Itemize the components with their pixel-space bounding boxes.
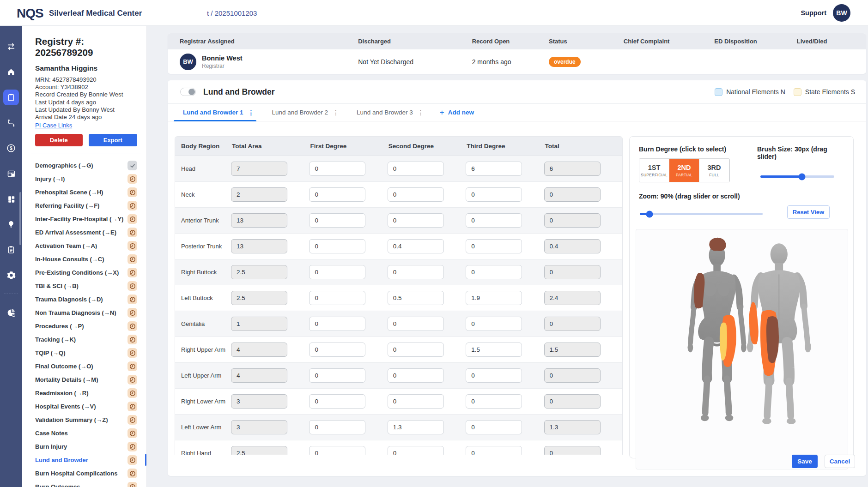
state-elements-item[interactable]: State Elements S (794, 88, 855, 96)
third-degree-input[interactable] (466, 446, 522, 455)
first-degree-input[interactable] (309, 162, 365, 176)
second-degree-input[interactable] (388, 291, 444, 305)
second-degree-input[interactable] (388, 187, 444, 202)
sidebar-nav-item[interactable]: Referring Facility (→F) (35, 199, 137, 212)
third-degree-input[interactable] (466, 420, 522, 434)
support-link[interactable]: Support (801, 9, 826, 17)
cancel-button[interactable]: Cancel (825, 455, 855, 468)
sidebar-nav-item[interactable]: Trauma Diagnosis (→D) (35, 293, 137, 306)
export-button[interactable]: Export (89, 134, 137, 146)
sidebar-nav-item[interactable]: Activation Team (→A) (35, 239, 137, 253)
second-degree-input[interactable] (388, 265, 444, 279)
route-icon[interactable] (3, 115, 19, 131)
settings-icon[interactable] (3, 267, 19, 283)
second-degree-input[interactable] (388, 343, 444, 357)
body-diagram[interactable] (636, 229, 848, 469)
reset-view-button[interactable]: Reset View (787, 205, 830, 219)
card-icon[interactable] (3, 166, 19, 181)
sidebar-nav-item[interactable]: Readmission (→R) (35, 386, 137, 400)
national-elements-checkbox[interactable] (715, 88, 722, 96)
lund-browder-tab[interactable]: Lund and Browder 1 ⋮ (174, 104, 263, 121)
first-degree-input[interactable] (309, 265, 365, 279)
second-degree-input[interactable] (388, 368, 444, 383)
national-elements-item[interactable]: National Elements N (715, 88, 785, 96)
sidebar-nav-item[interactable]: TBI & SCI (→B) (35, 279, 137, 293)
third-degree-input[interactable] (466, 187, 522, 202)
first-degree-input[interactable] (309, 317, 365, 331)
first-degree-input[interactable] (309, 291, 365, 305)
sidebar-nav-item[interactable]: Prehospital Scene (→H) (35, 186, 137, 199)
third-degree-input[interactable] (466, 368, 522, 383)
slider-thumb[interactable] (798, 173, 805, 180)
sidebar-nav-item[interactable]: Burn Injury (35, 440, 137, 453)
second-degree-input[interactable] (388, 213, 444, 228)
third-degree-input[interactable] (466, 265, 522, 279)
tab-menu-icon[interactable]: ⋮ (418, 109, 424, 116)
second-degree-input[interactable] (388, 420, 444, 434)
second-degree-input[interactable] (388, 394, 444, 409)
idea-icon[interactable] (3, 216, 19, 232)
user-avatar[interactable]: BW (833, 4, 850, 22)
sidebar-nav-item[interactable]: Non Trauma Diagnosis (→N) (35, 306, 137, 319)
sidebar-nav-item[interactable]: TQIP (→Q) (35, 346, 137, 360)
lund-browder-tab[interactable]: Lund and Browder 3 ⋮ (347, 104, 432, 121)
third-degree-input[interactable] (466, 291, 522, 305)
first-degree-input[interactable] (309, 446, 365, 455)
third-degree-input[interactable] (466, 213, 522, 228)
slider-thumb[interactable] (646, 210, 653, 217)
third-degree-input[interactable] (466, 239, 522, 253)
sidebar-nav-item[interactable]: Lund and Browder (35, 453, 137, 467)
sidebar-nav-item[interactable]: Inter-Facility Pre-Hospital (→Y) (35, 212, 137, 226)
save-button[interactable]: Save (792, 455, 818, 468)
section-toggle[interactable] (180, 88, 196, 96)
tab-menu-icon[interactable]: ⋮ (248, 109, 255, 116)
sidebar-nav-item[interactable]: ED Arrival Assessment (→E) (35, 226, 137, 239)
state-elements-checkbox[interactable] (794, 88, 801, 96)
sidebar-nav-item[interactable]: Demographics (→G) (35, 159, 137, 172)
pi-case-links[interactable]: PI Case Links (35, 122, 72, 129)
first-degree-input[interactable] (309, 213, 365, 228)
first-degree-input[interactable] (309, 239, 365, 253)
breadcrumb[interactable]: t / 20251001203 (207, 9, 257, 17)
burn-degree-option[interactable]: 1ST SUPERFICIAL (639, 159, 669, 182)
apps-icon[interactable] (3, 191, 19, 207)
transfer-icon[interactable] (3, 39, 19, 54)
home-icon[interactable] (3, 64, 19, 80)
sidebar-nav-item[interactable]: Burn Outcomes (35, 480, 137, 487)
first-degree-input[interactable] (309, 343, 365, 357)
tab-menu-icon[interactable]: ⋮ (333, 109, 339, 116)
sidebar-nav-item[interactable]: Burn Hospital Complications (35, 467, 137, 480)
third-degree-input[interactable] (466, 343, 522, 357)
third-degree-input[interactable] (466, 162, 522, 176)
sidebar-nav-item[interactable]: Hospital Events (→V) (35, 400, 137, 413)
third-degree-input[interactable] (466, 394, 522, 409)
zoom-slider[interactable] (640, 213, 763, 215)
sidebar-nav-item[interactable]: Final Outcome (→O) (35, 360, 137, 373)
rail-scrollbar[interactable] (19, 192, 21, 245)
sidebar-nav-item[interactable]: Validation Summary (→Z) (35, 413, 137, 427)
record-row[interactable]: BW Bonnie West Registrar Not Yet Dischar… (168, 49, 866, 74)
delete-button[interactable]: Delete (35, 134, 83, 146)
burn-degree-option[interactable]: 3RD FULL (699, 159, 729, 182)
second-degree-input[interactable] (388, 162, 444, 176)
second-degree-input[interactable] (388, 446, 444, 455)
first-degree-input[interactable] (309, 420, 365, 434)
sidebar-nav-item[interactable]: Pre-Existing Conditions (→X) (35, 266, 137, 279)
lund-browder-tab[interactable]: Lund and Browder 2 ⋮ (263, 104, 348, 121)
third-degree-input[interactable] (466, 317, 522, 331)
billing-icon[interactable]: $ (3, 140, 19, 156)
sidebar-nav-item[interactable]: Mortality Details (→M) (35, 373, 137, 386)
burn-degree-option[interactable]: 2ND PARTIAL (669, 159, 699, 182)
first-degree-input[interactable] (309, 187, 365, 202)
reports-icon[interactable] (3, 305, 19, 320)
sidebar-nav-item[interactable]: In-House Consults (→C) (35, 253, 137, 266)
clipboard-icon[interactable] (3, 90, 19, 105)
add-new-tab-button[interactable]: + Add new (432, 104, 481, 121)
sidebar-nav-item[interactable]: Case Notes (35, 427, 137, 440)
tasks-icon[interactable] (3, 242, 19, 258)
sidebar-nav-item[interactable]: Procedures (→P) (35, 319, 137, 333)
second-degree-input[interactable] (388, 317, 444, 331)
sidebar-nav-item[interactable]: Tracking (→K) (35, 333, 137, 346)
second-degree-input[interactable] (388, 239, 444, 253)
brush-size-slider[interactable] (760, 175, 834, 178)
